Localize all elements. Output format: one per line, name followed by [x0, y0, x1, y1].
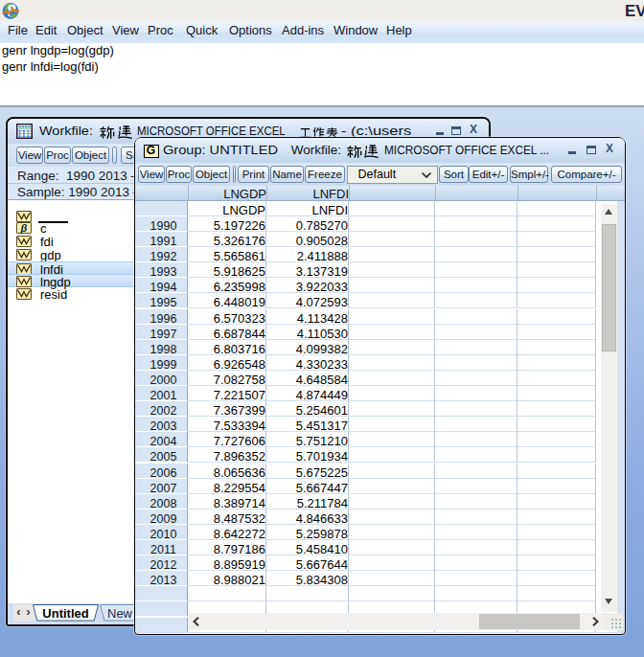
svg-text:Untitled: Untitled — [42, 606, 88, 621]
